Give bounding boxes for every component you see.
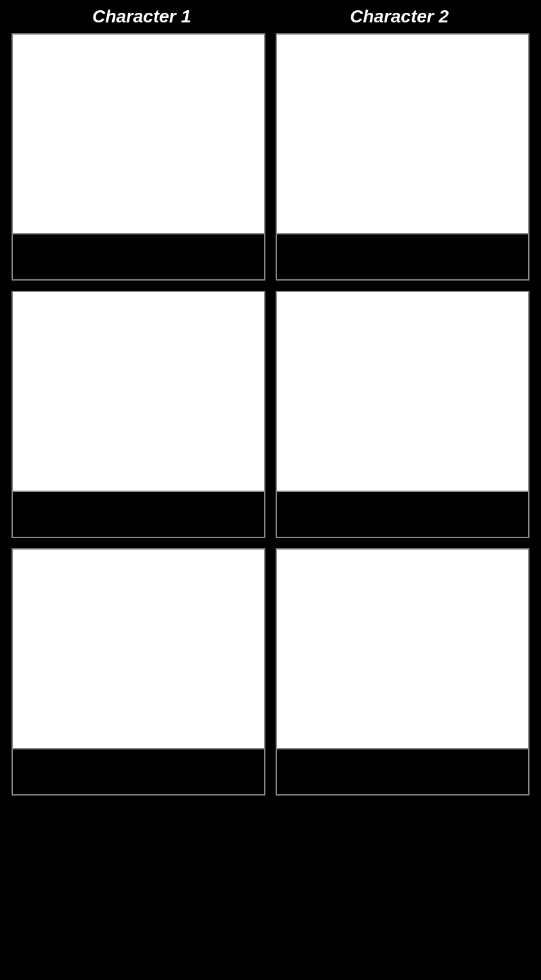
card-row3-left-image xyxy=(13,550,264,748)
card-row3-right[interactable] xyxy=(276,548,529,796)
card-row3-right-label xyxy=(277,748,528,794)
card-row3-left-label xyxy=(13,748,264,794)
grid-row-1 xyxy=(12,33,529,281)
grid-container xyxy=(0,33,541,806)
character2-header: Character 2 xyxy=(270,6,528,27)
card-row2-left-image xyxy=(13,292,264,491)
card-row1-right[interactable] xyxy=(276,33,529,281)
grid-row-3 xyxy=(12,548,529,796)
card-row2-left-label xyxy=(13,491,264,537)
character1-title: Character 1 xyxy=(13,6,270,27)
card-row1-left-label xyxy=(13,233,264,279)
card-row2-right-label xyxy=(277,491,528,537)
card-row2-right-image xyxy=(277,292,528,491)
card-row2-right[interactable] xyxy=(276,291,529,538)
header: Character 1 Character 2 xyxy=(0,0,541,33)
card-row1-left[interactable] xyxy=(12,33,265,281)
character1-header: Character 1 xyxy=(13,6,270,27)
card-row1-right-label xyxy=(277,233,528,279)
character2-title: Character 2 xyxy=(270,6,528,27)
card-row1-left-image xyxy=(13,35,264,233)
card-row3-left[interactable] xyxy=(12,548,265,796)
card-row2-left[interactable] xyxy=(12,291,265,538)
card-row1-right-image xyxy=(277,35,528,233)
grid-row-2 xyxy=(12,291,529,538)
card-row3-right-image xyxy=(277,550,528,748)
